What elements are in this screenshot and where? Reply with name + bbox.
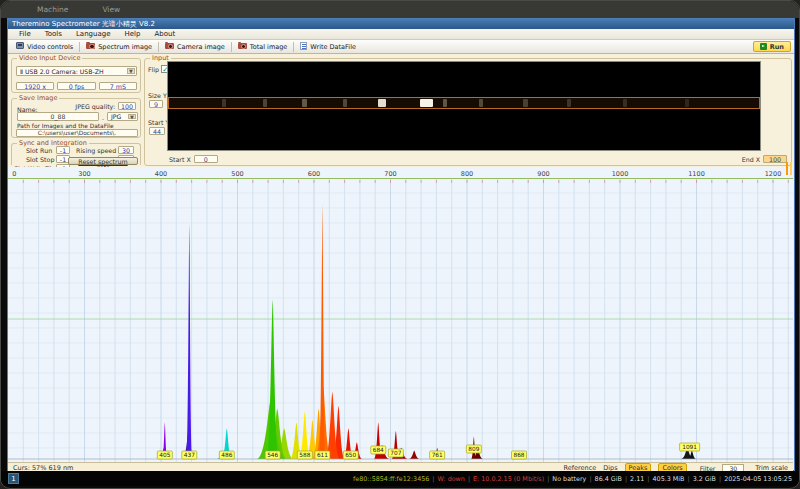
jpeg-quality-value[interactable]: 100: [118, 102, 136, 110]
x-tick-label: 900: [537, 170, 549, 178]
spectral-line: [623, 99, 627, 106]
spectral-line: [263, 99, 267, 106]
x-tick-label: 1000: [612, 170, 629, 178]
svg-text:546: 546: [267, 452, 278, 458]
end-x-value[interactable]: 100: [763, 155, 787, 163]
svg-text:707: 707: [390, 450, 401, 456]
size-y-value[interactable]: 9: [149, 100, 163, 108]
slot-label: Slot Run: [26, 147, 52, 154]
size-y-label: Size Y: [148, 92, 167, 99]
screen: MachineView Theremino Spectrometer 光谱小精灵…: [0, 0, 800, 489]
peak-label: 868: [512, 451, 527, 459]
svg-text:809: 809: [468, 446, 479, 452]
video-input-group: Video Input Device Ⅱ USB 2.0 Camera: USB…: [11, 58, 141, 93]
start-y-value[interactable]: 44: [149, 127, 165, 135]
svg-text:588: 588: [299, 452, 310, 458]
spectrum-chart[interactable]: 0300400500600700800900100011001200405437…: [8, 167, 793, 462]
toolbar-button-video-controls[interactable]: Video controls: [11, 41, 78, 53]
toolbar: Video controlsSpectrum imageCamera image…: [8, 40, 794, 54]
spectrum-plot[interactable]: 0300400500600700800900100011001200405437…: [8, 167, 793, 462]
svg-text:684: 684: [373, 447, 384, 453]
chart-overflow-marker: [786, 162, 788, 175]
x-tick-label: 1200: [765, 170, 782, 178]
spectrum-image-icon: [86, 42, 95, 51]
video-device-dropdown[interactable]: Ⅱ USB 2.0 Camera: USB-ZH ▼: [16, 66, 137, 76]
start-x-value[interactable]: 0: [194, 155, 218, 163]
toolbar-separator: [293, 42, 294, 52]
video-input-title: Video Input Device: [17, 55, 82, 62]
start-x-label: Start X: [169, 156, 191, 163]
status-segment: 3.2 GiB: [693, 475, 716, 483]
run-label: Run: [770, 43, 784, 51]
toolbar-button-camera-image[interactable]: Camera image: [160, 41, 230, 53]
toolbar-separator: [79, 42, 80, 52]
scanline-band[interactable]: [168, 97, 760, 108]
menu-item-language[interactable]: Language: [69, 30, 118, 38]
speed-label: Rising speed: [76, 147, 116, 154]
video-stat: 1920 x: [16, 82, 54, 90]
spectral-line: [479, 99, 483, 106]
format-value: JPG: [111, 113, 121, 120]
save-image-title: Save Image: [17, 95, 59, 102]
workspace-indicator[interactable]: 1: [8, 473, 19, 484]
status-segment: 2025-04-05 13:05:25: [724, 475, 792, 483]
reset-spectrum-button[interactable]: Reset spectrum data: [68, 157, 138, 165]
path-field[interactable]: C:\users\user\Documents\.: [16, 129, 138, 137]
format-dropdown[interactable]: JPG ▼: [107, 112, 138, 121]
menu-item-help[interactable]: Help: [118, 30, 148, 38]
toolbar-separator: [158, 42, 159, 52]
x-tick-label: 800: [461, 170, 473, 178]
flip-label: Flip: [148, 66, 159, 73]
svg-text:868: 868: [513, 452, 524, 458]
svg-text:486: 486: [221, 452, 232, 458]
vm-menu-view[interactable]: View: [102, 5, 120, 14]
svg-text:761: 761: [432, 452, 443, 458]
slot-value[interactable]: -1: [56, 146, 70, 154]
x-tick-label: 700: [384, 170, 396, 178]
x-tick-label: 300: [78, 170, 90, 178]
spectral-line: [443, 99, 447, 106]
chart-overflow-marker: [790, 162, 792, 175]
peak-label: 809: [466, 445, 481, 453]
svg-text:1091: 1091: [682, 444, 697, 450]
peak-label: 761: [430, 451, 445, 459]
toolbar-button-total-image[interactable]: Total image: [233, 41, 293, 53]
peak-label: 437: [182, 451, 197, 459]
sync-group: Sync and Integration Slot Run-1Slot Stop…: [11, 143, 141, 165]
toolbar-button-spectrum-image[interactable]: Spectrum image: [81, 41, 157, 53]
menu-item-file[interactable]: File: [12, 30, 38, 38]
x-tick-label: 500: [231, 170, 243, 178]
app-menu-bar: FileToolsLanguageHelpAbout: [8, 29, 794, 40]
svg-text:611: 611: [317, 452, 328, 458]
save-image-group: Save Image JPEG quality: 100 Name: 0_88 …: [11, 98, 141, 138]
menu-item-tools[interactable]: Tools: [38, 30, 69, 38]
toolbar-button-write-datafile[interactable]: Write DataFile: [295, 41, 361, 53]
video-controls-icon: [16, 42, 24, 51]
spectral-line: [378, 99, 386, 106]
video-stats-row: 1920 x0 fps7 mS: [16, 82, 137, 90]
app-title: Theremino Spectrometer 光谱小精灵 V8.2: [12, 19, 155, 29]
peak-label: 486: [219, 451, 234, 459]
spectral-line: [302, 99, 307, 106]
spectral-line: [523, 99, 528, 106]
camera-preview[interactable]: [167, 61, 761, 151]
name-field[interactable]: 0_88: [17, 112, 99, 121]
video-stat: 7 mS: [99, 82, 137, 90]
camera-image-icon: [165, 42, 174, 51]
spectral-line: [222, 99, 226, 106]
status-segment: 2.11: [630, 475, 644, 483]
status-segment: fe80::5854:ff:fe12:3456: [353, 475, 429, 483]
system-status-text: fe80::5854:ff:fe12:3456|W: down|E: 10.0.…: [353, 475, 792, 483]
peak-label: 611: [315, 451, 330, 459]
svg-text:650: 650: [345, 452, 356, 458]
sync-title: Sync and Integration: [17, 140, 89, 147]
vm-window-menubar: MachineView: [1, 1, 799, 18]
menu-item-about[interactable]: About: [147, 30, 182, 38]
run-button[interactable]: Run: [753, 41, 791, 52]
peak-label: 707: [388, 449, 403, 457]
speed-value[interactable]: 30: [118, 146, 134, 154]
jpeg-quality-label: JPEG quality:: [75, 103, 115, 110]
vm-menu-machine[interactable]: Machine: [37, 5, 68, 14]
peak-label: 684: [371, 446, 386, 454]
spectral-line: [685, 99, 689, 106]
